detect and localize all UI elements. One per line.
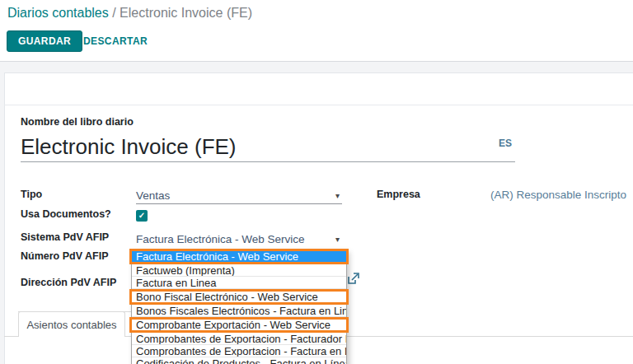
save-button[interactable]: GUARDAR bbox=[7, 30, 82, 52]
sistema-pdv-select-value: Factura Electrónica - Web Service bbox=[136, 233, 305, 245]
sistema-pdv-dropdown: Factura Electrónica - Web Service Factuw… bbox=[131, 250, 347, 364]
field-label-direccion-pdv: Dirección PdV AFIP bbox=[21, 277, 116, 288]
dropdown-option[interactable]: Comprobante Exportación - Web Service bbox=[129, 317, 349, 333]
sistema-pdv-select[interactable]: Factura Electrónica - Web Service ▾ bbox=[136, 231, 342, 247]
translate-language-badge[interactable]: ES bbox=[499, 138, 512, 149]
dropdown-option[interactable]: Factura en Linea bbox=[132, 277, 346, 289]
tab-asientos-contables[interactable]: Asientos contables bbox=[18, 311, 125, 337]
empresa-value-link[interactable]: (AR) Responsable Inscripto bbox=[490, 189, 626, 201]
usa-documentos-checkbox[interactable]: ✓ bbox=[136, 210, 148, 222]
dropdown-option[interactable]: Comprobantes de Exportacion - Facturador… bbox=[132, 333, 346, 345]
breadcrumb-current: Electronic Invoice (FE) bbox=[120, 6, 252, 20]
field-label-sistema-pdv: Sistema PdV AFIP bbox=[21, 231, 109, 243]
tipo-select-value: Ventas bbox=[136, 189, 170, 202]
chevron-down-icon: ▾ bbox=[335, 235, 342, 244]
field-label-usa-documentos: Usa Documentos? bbox=[21, 208, 111, 220]
journal-name-input[interactable] bbox=[21, 132, 515, 162]
dropdown-option[interactable]: Bonos Fiscales Electrónicos - Factura en… bbox=[132, 305, 346, 317]
checkmark-icon: ✓ bbox=[138, 211, 145, 220]
dropdown-option[interactable]: Comprobantes de Exportacion - Factura en… bbox=[132, 345, 346, 357]
field-label-tipo: Tipo bbox=[21, 189, 42, 200]
field-label-numero-pdv: Número PdV AFIP bbox=[21, 250, 109, 262]
external-link-icon[interactable] bbox=[348, 273, 359, 284]
journal-name-label: Nombre del libro diario bbox=[21, 116, 134, 128]
dropdown-option[interactable]: Factura Electrónica - Web Service bbox=[129, 249, 349, 264]
dropdown-option[interactable]: Bono Fiscal Electrónico - Web Service bbox=[129, 289, 349, 305]
discard-button[interactable]: DESCARTAR bbox=[80, 30, 151, 52]
dropdown-option[interactable]: Factuweb (Imprenta) bbox=[132, 264, 346, 277]
journal-form-page: { "breadcrumb": { "parent": "Diarios con… bbox=[0, 0, 633, 364]
field-label-empresa: Empresa bbox=[377, 189, 420, 200]
tab-label: Asientos contables bbox=[26, 319, 116, 331]
breadcrumb-separator: / bbox=[109, 6, 120, 20]
sheet-divider bbox=[4, 105, 633, 105]
chevron-down-icon: ▾ bbox=[335, 191, 342, 200]
breadcrumb-parent-link[interactable]: Diarios contables bbox=[7, 6, 109, 20]
tipo-select[interactable]: Ventas ▾ bbox=[136, 188, 342, 204]
dropdown-option[interactable]: Codificación de Productos - Factura en L… bbox=[132, 357, 346, 364]
breadcrumb: Diarios contables / Electronic Invoice (… bbox=[7, 6, 252, 21]
